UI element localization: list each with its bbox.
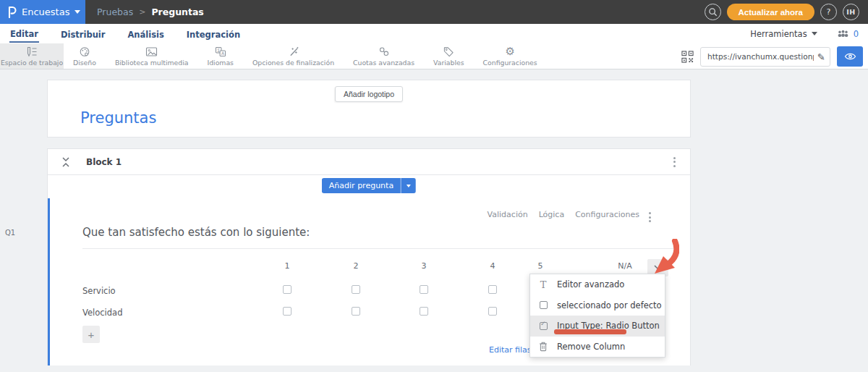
menu-item-label: Editor avanzado [557, 279, 624, 289]
media-library-icon [145, 46, 158, 57]
toolbar-item-espacio-de-trabajo[interactable]: Espacio de trabajo [0, 43, 64, 69]
menu-item-editor-avanzado[interactable]: T Editor avanzado [530, 274, 665, 295]
avatar[interactable]: IH [843, 4, 859, 20]
svg-text:Σ: Σ [217, 48, 220, 53]
logic-link[interactable]: Lógica [539, 210, 565, 219]
questionpro-logo-icon [7, 6, 17, 18]
product-switcher-label: Encuestas [22, 7, 69, 17]
matrix-row-label[interactable]: Servicio [82, 286, 116, 296]
matrix-checkbox-velocidad-2[interactable] [352, 307, 360, 316]
search-icon [708, 7, 718, 17]
breadcrumb-separator: > [139, 7, 145, 17]
matrix-checkbox-servicio-1[interactable] [283, 285, 292, 294]
question-number: Q1 [5, 229, 15, 237]
survey-header-card: Añadir logotipo Preguntas [47, 80, 691, 138]
people-group-icon [837, 30, 849, 38]
chevron-down-icon [654, 265, 663, 271]
validation-link[interactable]: Validación [488, 210, 528, 219]
tag-icon [443, 46, 454, 57]
text-editor-icon: T [540, 279, 547, 290]
toolbar-item-variables[interactable]: Variables [424, 43, 474, 69]
add-question-button[interactable]: Añadir pregunta [322, 178, 416, 193]
edit-url-icon[interactable]: ✎ [816, 53, 827, 61]
search-button[interactable] [705, 4, 721, 20]
matrix-checkbox-servicio-2[interactable] [352, 285, 360, 294]
breadcrumb-survey[interactable]: Pruebas [97, 7, 133, 17]
add-logo-button[interactable]: Añadir logotipo [335, 86, 403, 102]
qr-code-button[interactable] [681, 51, 694, 63]
main-nav: Editar Distribuir Análisis Integración H… [0, 24, 868, 43]
tab-distribuir[interactable]: Distribuir [60, 26, 106, 42]
wand-icon [288, 46, 299, 57]
collaborators-button[interactable]: 0 [837, 29, 859, 39]
gear-icon: ⚙ [505, 46, 514, 57]
matrix-checkbox-velocidad-1[interactable] [283, 307, 292, 316]
toolbar-item-biblioteca-multimedia[interactable]: Biblioteca multimedia [106, 43, 198, 69]
annotation-underline [554, 329, 626, 334]
app-header: Encuestas Pruebas > Preguntas Actualizar… [0, 0, 868, 24]
add-row-button[interactable]: + [82, 326, 100, 343]
survey-url-field: ✎ [700, 47, 830, 67]
toolbar-label: Cuotas avanzadas [353, 59, 414, 67]
checkbox-empty-icon [540, 301, 548, 309]
toolbar-label: Opciones de finalización [252, 59, 334, 67]
survey-url-input[interactable] [707, 52, 814, 61]
menu-item-remove-column[interactable]: Remove Column [530, 337, 665, 358]
menu-item-seleccionado-por-defecto[interactable]: seleccionado por defecto [530, 295, 665, 316]
menu-item-label: seleccionado por defecto [557, 300, 662, 310]
question-menu-button[interactable] [646, 209, 654, 225]
add-question-label: Añadir pregunta [322, 178, 401, 193]
toolbar-label: Idiomas [207, 59, 234, 67]
update-now-button[interactable]: Actualizar ahora [727, 4, 814, 20]
toolbar-item-diseno[interactable]: Diseño [64, 43, 106, 69]
tab-editar[interactable]: Editar [9, 25, 39, 43]
help-button[interactable]: ? [820, 4, 837, 20]
tools-dropdown[interactable]: Herramientas [750, 29, 817, 39]
editor-toolbar: Espacio de trabajo Diseño Biblioteca mul… [0, 43, 868, 69]
add-question-dropdown[interactable] [401, 178, 416, 193]
languages-icon: ΣA [215, 46, 226, 57]
matrix-checkbox-servicio-3[interactable] [420, 285, 428, 294]
breadcrumb-page: Preguntas [151, 7, 203, 17]
product-switcher[interactable]: Encuestas [0, 0, 85, 24]
block-title[interactable]: Block 1 [86, 157, 122, 167]
tab-analisis[interactable]: Análisis [127, 26, 164, 42]
matrix-column-header: 3 [409, 261, 438, 271]
matrix-column-header: 1 [273, 261, 302, 271]
toolbar-item-cuotas-avanzadas[interactable]: Cuotas avanzadas [344, 43, 424, 69]
toolbar-item-opciones-de-finalizacion[interactable]: Opciones de finalización [243, 43, 344, 69]
matrix-column-header: N/A [610, 261, 639, 271]
toolbar-label: Configuraciones [483, 59, 537, 67]
question-text[interactable]: Que tan satisfecho estás con lo siguient… [82, 226, 674, 249]
matrix-row-label[interactable]: Velocidad [82, 308, 122, 318]
links-icon [378, 46, 390, 57]
collapse-block-icon[interactable] [62, 157, 69, 167]
question-links: Validación Lógica Configuraciones [50, 210, 639, 219]
trash-icon [539, 342, 548, 352]
matrix-checkbox-servicio-4[interactable] [488, 285, 497, 294]
toolbar-label: Biblioteca multimedia [115, 59, 189, 67]
matrix-checkbox-velocidad-4[interactable] [488, 307, 497, 316]
toolbar-label: Diseño [73, 59, 96, 67]
breadcrumb: Pruebas > Preguntas [97, 0, 204, 24]
matrix-checkbox-velocidad-3[interactable] [420, 307, 428, 316]
toolbar-label: Variables [433, 59, 464, 67]
preview-button[interactable] [837, 46, 863, 67]
toolbar-item-idiomas[interactable]: ΣA Idiomas [197, 43, 243, 69]
chevron-down-icon [75, 10, 80, 14]
toolbar-item-configuraciones[interactable]: ⚙ Configuraciones [474, 43, 547, 69]
palette-icon [79, 46, 90, 57]
matrix-column-header: 5 [526, 261, 555, 271]
menu-item-label: Remove Column [557, 342, 625, 352]
settings-link[interactable]: Configuraciones [575, 210, 639, 219]
block-menu-button[interactable] [671, 154, 678, 170]
matrix-column-header: 4 [478, 261, 507, 271]
collaborators-count: 0 [854, 29, 859, 39]
workspace-icon [26, 46, 38, 57]
tab-integracion[interactable]: Integración [186, 26, 241, 42]
page-title[interactable]: Preguntas [80, 109, 156, 127]
matrix-column-header: 2 [341, 261, 370, 271]
chevron-down-icon [407, 185, 411, 187]
column-options-menu: T Editor avanzado seleccionado por defec… [529, 274, 665, 358]
checkbox-checked-icon [540, 322, 548, 330]
